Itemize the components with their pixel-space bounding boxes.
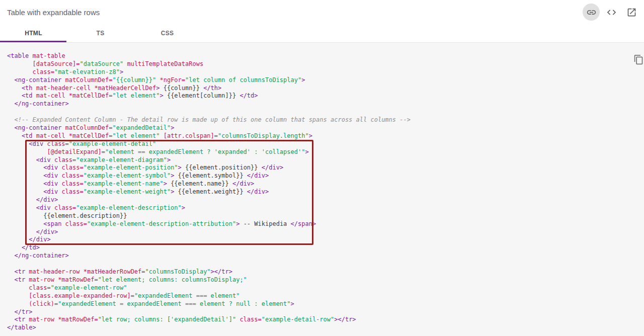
code-line: class="mat-elevation-z8"> xyxy=(7,68,644,76)
code-line: <tr mat-row *matRowDef="let row; columns… xyxy=(7,316,644,324)
code-line: {{element.description}} xyxy=(7,212,644,220)
code-line: <div class="example-element-weight"> {{e… xyxy=(7,188,644,196)
code-line: <div class="example-element-symbol"> {{e… xyxy=(7,172,644,180)
code-line: <!-- Expanded Content Column - The detai… xyxy=(7,116,644,124)
code-line: [dataSource]="dataSource" multiTemplateD… xyxy=(7,60,644,68)
code-line: class="example-element-row" xyxy=(7,284,644,292)
code-line: (click)="expandedElement = expandedEleme… xyxy=(7,300,644,308)
code-line xyxy=(7,260,644,268)
code-line: <td mat-cell *matCellDef="let element"> … xyxy=(7,92,644,100)
code-line: <div class="example-element-detail" xyxy=(7,140,644,148)
source-tabs: HTML TS CSS xyxy=(0,24,644,42)
code-line: </td> xyxy=(7,244,644,252)
code-line: <div class="example-element-position"> {… xyxy=(7,164,644,172)
example-header: Table with expandable rows xyxy=(0,0,644,24)
code-line: </table> xyxy=(7,324,644,332)
code-line: <div class="example-element-name"> {{ele… xyxy=(7,180,644,188)
code-block: <table mat-table [dataSource]="dataSourc… xyxy=(0,43,644,332)
code-line: </div> xyxy=(7,228,644,236)
link-icon xyxy=(586,7,597,18)
code-icon xyxy=(606,7,617,18)
code-line: <tr mat-row *matRowDef="let element; col… xyxy=(7,276,644,284)
code-line: </div> xyxy=(7,236,644,244)
code-line: </ng-container> xyxy=(7,252,644,260)
code-line xyxy=(7,108,644,116)
example-viewer: Table with expandable rows HTML TS CSS xyxy=(0,0,644,336)
view-source-button[interactable] xyxy=(603,4,620,21)
code-line: <tr mat-header-row *matHeaderRowDef="col… xyxy=(7,268,644,276)
code-line: <td mat-cell *matCellDef="let element" [… xyxy=(7,132,644,140)
open-in-new-icon xyxy=(626,7,637,18)
code-area: <table mat-table [dataSource]="dataSourc… xyxy=(0,42,644,336)
code-line: <th mat-header-cell *matHeaderCellDef> {… xyxy=(7,85,644,93)
code-line: <span class="example-element-description… xyxy=(7,220,644,228)
code-line: </tr> xyxy=(7,308,644,316)
code-line: <div class="example-element-description"… xyxy=(7,204,644,212)
code-line: <div class="example-element-diagram"> xyxy=(7,156,644,164)
code-line: <table mat-table xyxy=(7,52,644,60)
content-copy-icon xyxy=(633,54,644,65)
open-in-stackblitz-button[interactable] xyxy=(623,4,640,21)
code-line: [class.example-expanded-row]="expandedEl… xyxy=(7,292,644,300)
copy-code-button[interactable] xyxy=(633,53,644,66)
copy-link-button[interactable] xyxy=(583,4,600,21)
example-title: Table with expandable rows xyxy=(7,8,100,17)
code-line: [@detailExpand]="element == expandedElem… xyxy=(7,148,644,156)
header-actions xyxy=(583,4,640,21)
code-line: </ng-container> xyxy=(7,100,644,108)
code-line: <ng-container matColumnDef="expandedDeta… xyxy=(7,124,644,132)
tab-ts[interactable]: TS xyxy=(67,24,134,42)
tab-css[interactable]: CSS xyxy=(134,24,201,42)
tab-html[interactable]: HTML xyxy=(0,24,67,42)
code-line: <ng-container matColumnDef="{{column}}" … xyxy=(7,76,644,85)
code-line: </div> xyxy=(7,196,644,204)
